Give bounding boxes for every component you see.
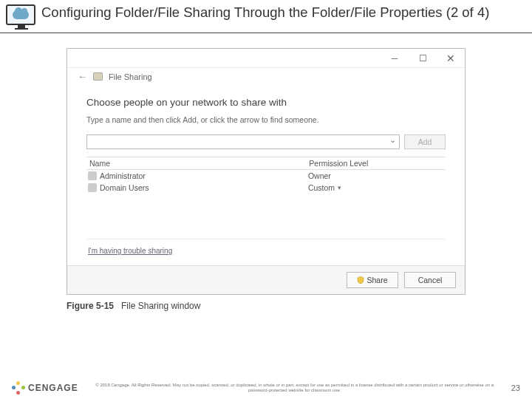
slide-footer: CENGAGE © 2018 Cengage. All Rights Reser…: [0, 381, 532, 395]
shield-icon: [357, 276, 364, 284]
file-sharing-window: ─ ☐ ✕ ← File Sharing Choose people on yo…: [66, 48, 466, 295]
dialog-instruction: Type a name and then click Add, or click…: [86, 115, 446, 124]
window-titlebar: ─ ☐ ✕: [67, 49, 465, 68]
table-row[interactable]: Administrator Owner: [86, 170, 446, 182]
row-permission: Owner: [308, 171, 331, 180]
share-button[interactable]: Share: [347, 272, 398, 288]
page-number: 23: [511, 383, 520, 392]
user-icon: [88, 171, 97, 180]
back-arrow-icon[interactable]: ←: [78, 71, 87, 82]
copyright-text: © 2018 Cengage. All Rights Reserved. May…: [78, 383, 511, 393]
figure-label: Figure 5-15: [66, 301, 114, 311]
figure-text: File Sharing window: [121, 301, 200, 311]
slide-title: Configuring Folder/File Sharing Through …: [41, 4, 489, 21]
figure-caption: Figure 5-15File Sharing window: [66, 301, 466, 311]
row-name: Domain Users: [100, 183, 308, 192]
group-icon: [88, 183, 97, 192]
dialog-heading: Choose people on your network to share w…: [86, 97, 446, 108]
name-combobox[interactable]: [86, 134, 400, 149]
slide-header: Configuring Folder/File Sharing Through …: [0, 0, 532, 33]
monitor-cloud-icon: [6, 4, 37, 30]
add-button[interactable]: Add: [404, 134, 446, 149]
minimize-button[interactable]: ─: [381, 49, 409, 67]
chevron-down-icon[interactable]: ▾: [338, 184, 341, 191]
window-footer: Share Cancel: [67, 265, 465, 294]
col-permission: Permission Level: [309, 159, 446, 168]
brand-logo: CENGAGE: [12, 381, 78, 395]
row-permission: Custom: [308, 183, 335, 192]
window-title: File Sharing: [109, 72, 152, 81]
trouble-sharing-link[interactable]: I'm having trouble sharing: [88, 247, 446, 255]
close-button[interactable]: ✕: [437, 49, 465, 67]
folder-icon: [93, 72, 103, 81]
brand-name: CENGAGE: [28, 383, 78, 393]
table-row[interactable]: Domain Users Custom▾: [86, 182, 446, 194]
figure-area: ─ ☐ ✕ ← File Sharing Choose people on yo…: [0, 33, 532, 311]
maximize-button[interactable]: ☐: [409, 49, 437, 67]
cancel-button[interactable]: Cancel: [404, 272, 456, 288]
col-name: Name: [86, 159, 309, 168]
window-subheader: ← File Sharing: [67, 68, 465, 85]
row-name: Administrator: [100, 171, 308, 180]
brand-dots-icon: [12, 381, 25, 395]
table-empty-space: [86, 194, 446, 239]
table-header: Name Permission Level: [86, 157, 446, 170]
